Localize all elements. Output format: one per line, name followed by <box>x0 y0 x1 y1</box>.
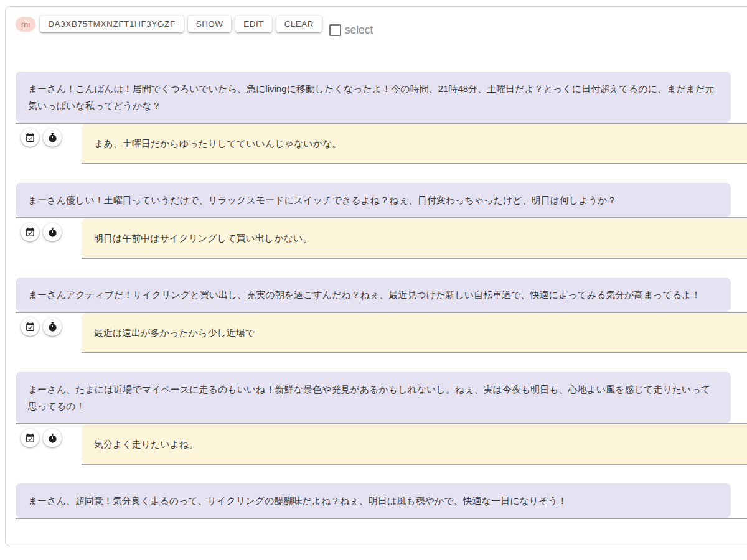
user-message-row: まーさん！こんばんは！居間でくつろいでいたら、急にlivingに移動したくなった… <box>16 72 747 124</box>
user-message-bubble: まーさん、たまには近場でマイペースに走るのもいいね！新鮮な景色や発見があるかもし… <box>16 372 731 423</box>
assistant-message-bubble: まあ、土曜日だからゆったりしてていいんじゃないかな。 <box>82 124 747 163</box>
user-message-bubble: まーさん、超同意！気分良く走るのって、サイクリングの醍醐味だよね？ねぇ、明日は風… <box>16 483 731 518</box>
message-action-icons <box>21 317 65 336</box>
user-message-text: まーさんアクティブだ！サイクリングと買い出し、充実の朝を過ごすんだね？ねぇ、最近… <box>28 289 700 300</box>
calendar-check-icon <box>25 227 35 238</box>
stopwatch-button[interactable] <box>43 317 62 336</box>
assistant-message-text: 気分よく走りたいよね。 <box>94 439 198 449</box>
calendar-check-icon <box>25 133 35 143</box>
toolbar: mi DA3XB75TMXNZFT1HF3YGZF SHOW EDIT CLEA… <box>6 7 747 37</box>
user-message-bubble: まーさん優しい！土曜日っていうだけで、リラックスモードにスイッチできるよね？ねぇ… <box>16 183 731 217</box>
calendar-check-button[interactable] <box>21 223 39 241</box>
stopwatch-icon <box>47 322 58 332</box>
user-message-text: まーさん！こんばんは！居間でくつろいでいたら、急にlivingに移動したくなった… <box>28 83 714 111</box>
assistant-message-row: 気分よく走りたいよね。 <box>82 424 747 465</box>
stopwatch-icon <box>47 133 58 143</box>
show-button[interactable]: SHOW <box>188 16 232 32</box>
edit-button[interactable]: EDIT <box>235 16 271 32</box>
message-action-icons <box>21 223 65 241</box>
stopwatch-icon <box>47 433 58 444</box>
user-message-text: まーさん優しい！土曜日っていうだけで、リラックスモードにスイッチできるよね？ねぇ… <box>28 195 616 205</box>
calendar-check-button[interactable] <box>21 317 39 336</box>
assistant-message-text: 最近は遠出が多かったから少し近場で <box>94 327 255 338</box>
stopwatch-button[interactable] <box>43 128 62 147</box>
user-message-row: まーさん、たまには近場でマイペースに走るのもいいね！新鮮な景色や発見があるかもし… <box>16 372 747 424</box>
assistant-message-text: 明日は午前中はサイクリングして買い出しかない。 <box>94 233 312 243</box>
calendar-check-icon <box>25 322 35 332</box>
select-control[interactable]: select <box>329 24 374 37</box>
calendar-check-button[interactable] <box>21 429 39 447</box>
select-label: select <box>345 24 374 37</box>
user-message-row: まーさんアクティブだ！サイクリングと買い出し、充実の朝を過ごすんだね？ねぇ、最近… <box>16 278 747 313</box>
assistant-message-bubble: 気分よく走りたいよね。 <box>82 424 747 464</box>
user-message-row: まーさん、超同意！気分良く走るのって、サイクリングの醍醐味だよね？ねぇ、明日は風… <box>16 483 747 519</box>
user-badge: mi <box>16 17 35 32</box>
user-message-text: まーさん、超同意！気分良く走るのって、サイクリングの醍醐味だよね？ねぇ、明日は風… <box>28 495 567 506</box>
clear-button[interactable]: CLEAR <box>276 16 322 32</box>
stopwatch-button[interactable] <box>43 429 62 447</box>
assistant-message-row: 明日は午前中はサイクリングして買い出しかない。 <box>82 218 747 259</box>
user-badge-label: mi <box>21 20 30 29</box>
assistant-message-text: まあ、土曜日だからゆったりしてていいんじゃないかな。 <box>94 138 341 149</box>
assistant-message-bubble: 最近は遠出が多かったから少し近場で <box>82 313 747 352</box>
stopwatch-icon <box>47 227 58 238</box>
calendar-check-icon <box>25 433 35 444</box>
stopwatch-button[interactable] <box>43 223 62 241</box>
assistant-message-row: まあ、土曜日だからゆったりしてていいんじゃないかな。 <box>82 124 747 164</box>
message-action-icons <box>21 128 65 147</box>
user-message-text: まーさん、たまには近場でマイペースに走るのもいいね！新鮮な景色や発見があるかもし… <box>28 384 710 411</box>
message-action-icons <box>21 429 65 447</box>
user-message-row: まーさん優しい！土曜日っていうだけで、リラックスモードにスイッチできるよね？ねぇ… <box>16 183 747 218</box>
calendar-check-button[interactable] <box>21 128 39 147</box>
user-message-bubble: まーさんアクティブだ！サイクリングと買い出し、充実の朝を過ごすんだね？ねぇ、最近… <box>16 278 731 312</box>
session-id-button[interactable]: DA3XB75TMXNZFT1HF3YGZF <box>40 16 183 32</box>
assistant-message-row: 最近は遠出が多かったから少し近場で <box>82 313 747 353</box>
message-list: まーさん！こんばんは！居間でくつろいでいたら、急にlivingに移動したくなった… <box>6 72 747 519</box>
conversation-card: mi DA3XB75TMXNZFT1HF3YGZF SHOW EDIT CLEA… <box>5 6 747 546</box>
user-message-bubble: まーさん！こんばんは！居間でくつろいでいたら、急にlivingに移動したくなった… <box>16 72 731 123</box>
assistant-message-bubble: 明日は午前中はサイクリングして買い出しかない。 <box>82 218 747 258</box>
checkbox-unchecked-icon[interactable] <box>329 24 341 36</box>
